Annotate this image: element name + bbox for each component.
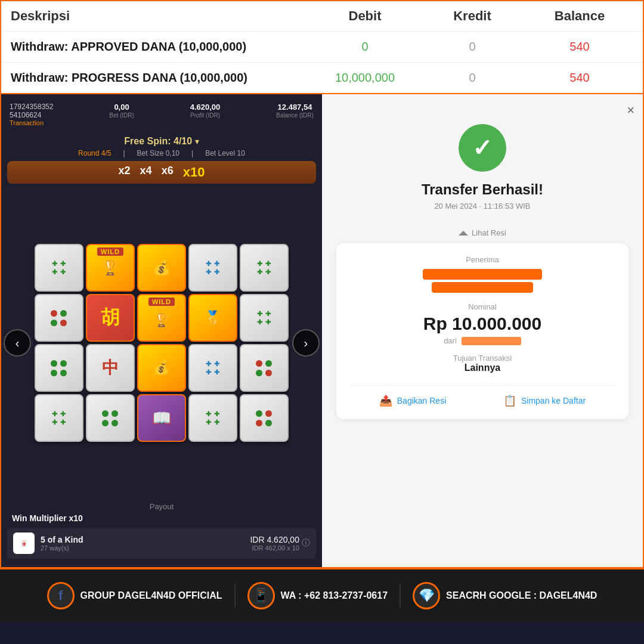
lihat-resi-button[interactable]: Lihat Resi <box>459 228 506 237</box>
mult-x10: x10 <box>183 165 205 180</box>
profit-stat: 4.620,00 Profit (IDR) <box>190 103 221 126</box>
action-buttons: 📤 Bagikan Resi 📋 Simpan ke Daftar <box>351 385 614 407</box>
win-multiplier: Win Multiplier x10 <box>12 513 311 523</box>
wild-label2: WILD <box>148 298 175 306</box>
row2-debit: 10,000,000 <box>311 71 419 85</box>
transaction-label: Transaction <box>10 119 53 126</box>
table-header: Deskripsi Debit Kredit Balance <box>1 1 643 32</box>
tile <box>35 344 83 392</box>
info-icon: ⓘ <box>302 538 310 549</box>
balance-label: Balance (IDR) <box>276 112 314 119</box>
table-row: Withdraw: APPROVED DANA (10,000,000) 0 0… <box>1 32 643 63</box>
tile <box>86 394 135 442</box>
wild-label: WILD <box>97 247 123 256</box>
row2-balance: 540 <box>526 71 633 85</box>
close-button[interactable]: × <box>627 103 634 118</box>
gem-icon: 💎 <box>413 582 440 609</box>
tile: ✚ ✚ ✚ ✚ <box>240 244 289 292</box>
zhong-char: 中 <box>102 357 119 379</box>
tujuan-value: Lainnya <box>351 363 614 373</box>
mult-x4: x4 <box>140 165 152 180</box>
row1-debit: 0 <box>311 40 419 54</box>
lihat-resi-label: Lihat Resi <box>472 228 506 237</box>
payout-label: Payout <box>7 502 316 511</box>
tile-gold: 💰 <box>137 244 186 292</box>
transfer-panel: × ✓ Transfer Berhasil! 20 Mei 2024 · 11:… <box>322 94 643 567</box>
profit-label: Profit (IDR) <box>190 112 220 119</box>
tile-gold3: 💰 <box>137 344 186 392</box>
save-icon: 📋 <box>503 394 516 407</box>
tile-hu: 胡 <box>86 294 135 342</box>
tile: ✚ ✚ ✚ ✚ <box>188 344 237 392</box>
whatsapp-icon: 📱 <box>247 582 275 609</box>
simpan-label: Simpan ke Daftar <box>521 396 586 405</box>
bet-label: Bet (IDR) <box>109 112 134 119</box>
success-container: ✓ Transfer Berhasil! 20 Mei 2024 · 11:16… <box>336 106 628 222</box>
penerima-redacted-2 <box>432 282 533 293</box>
checkmark-icon: ✓ <box>472 134 493 162</box>
game-grid-container: ‹ ✚ ✚ ✚ ✚ WILD 🏆 <box>7 187 316 499</box>
scroll-right-button[interactable]: › <box>292 329 320 357</box>
mult-x2: x2 <box>119 165 131 180</box>
win-desc: 5 of a Kind 27 way(s) <box>41 535 250 552</box>
round-text: Round 4/5 <box>78 149 111 157</box>
tile: ✚ ✚ ✚ ✚ <box>240 294 289 342</box>
success-circle: ✓ <box>459 124 506 172</box>
bagikan-resi-button[interactable]: 📤 Bagikan Resi <box>379 394 447 407</box>
penerima-redacted-1 <box>423 269 542 280</box>
transaction-table: Deskripsi Debit Kredit Balance Withdraw:… <box>0 0 644 94</box>
row1-balance: 540 <box>526 40 633 54</box>
header-debit: Debit <box>311 8 419 24</box>
transaction-id2: 54106624 <box>10 111 53 119</box>
bet-level-text: Bet Level 10 <box>205 149 245 157</box>
dari-row: dari <box>351 336 614 345</box>
profit-value: 4.620,00 <box>190 103 221 112</box>
free-spin-text: Free Spin: 4/10 <box>124 136 192 146</box>
game-transaction-id: 17924358352 54106624 Transaction <box>10 103 53 126</box>
tile <box>35 294 83 342</box>
simpan-daftar-button[interactable]: 📋 Simpan ke Daftar <box>503 394 586 407</box>
round-info: Round 4/5 | Bet Size 0,10 | Bet Level 10 <box>7 149 316 157</box>
header-kredit: Kredit <box>419 8 526 24</box>
win-kind-label: 5 of a Kind <box>41 535 250 544</box>
nominal-amount: Rp 10.000.000 <box>351 314 614 334</box>
header-balance: Balance <box>526 8 633 24</box>
scroll-left-button[interactable]: ‹ <box>4 329 31 357</box>
row2-kredit: 0 <box>419 71 526 85</box>
tile-gold-book: 📖 <box>137 394 186 442</box>
main-content: 17924358352 54106624 Transaction 0,00 Be… <box>0 94 644 568</box>
hu-char: 胡 <box>101 305 120 331</box>
tile-gold-wild: WILD 🏆 <box>86 244 135 292</box>
book-icon: 📖 <box>152 409 171 428</box>
footer-group: f GROUP DAGEL4N4D OFFICIAL <box>47 582 222 609</box>
dari-label: dari <box>444 336 457 345</box>
footer-group-text: GROUP DAGEL4N4D OFFICIAL <box>80 590 222 601</box>
bagikan-label: Bagikan Resi <box>397 396 447 405</box>
transfer-title: Transfer Berhasil! <box>422 181 543 198</box>
bet-value: 0,00 <box>109 103 134 112</box>
free-spin-arrow: ▾ <box>195 137 199 146</box>
tujuan-label: Tujuan Transaksi <box>351 354 614 363</box>
tile <box>240 344 289 392</box>
balance-value: 12.487,54 <box>276 103 314 112</box>
row1-kredit: 0 <box>419 40 526 54</box>
footer-separator2 <box>400 584 401 608</box>
tile: ✚ ✚ ✚ ✚ <box>35 244 83 292</box>
footer-search-text: SEACRH GOOGLE : DAGEL4N4D <box>446 590 597 601</box>
tile: ✚ ✚ ✚ ✚ <box>188 244 237 292</box>
win-ways: 27 way(s) <box>41 544 250 552</box>
transaction-id1: 17924358352 <box>10 103 53 111</box>
footer: f GROUP DAGEL4N4D OFFICIAL 📱 WA : +62 81… <box>0 568 644 622</box>
tile: ✚ ✚ ✚ ✚ <box>35 394 83 442</box>
row1-desc: Withdraw: APPROVED DANA (10,000,000) <box>11 40 311 54</box>
footer-wa-text: WA : +62 813-2737-0617 <box>281 590 388 601</box>
receipt-section: Lihat Resi <box>336 228 628 237</box>
nominal-label: Nominal <box>351 302 614 311</box>
win-amount: IDR 4.620,00 IDR 462,00 x 10 <box>250 535 299 552</box>
footer-separator <box>234 584 236 608</box>
balance-stat: 12.487,54 Balance (IDR) <box>276 103 314 126</box>
tile-wild2: WILD 🏆 <box>137 294 186 342</box>
win-idr: IDR 4.620,00 <box>250 535 299 544</box>
resi-chevron-icon <box>459 231 468 236</box>
game-panel: 17924358352 54106624 Transaction 0,00 Be… <box>1 94 322 567</box>
